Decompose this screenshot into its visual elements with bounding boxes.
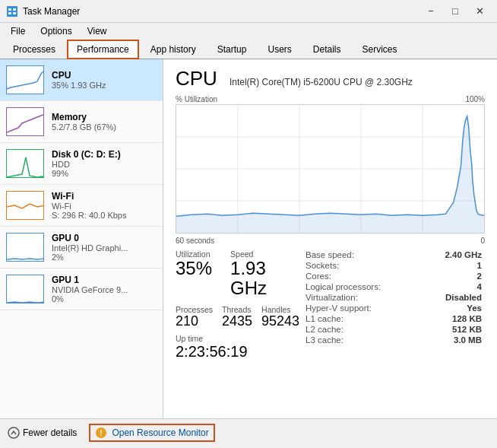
wifi-thumbnail xyxy=(6,191,44,220)
svg-rect-2 xyxy=(13,8,16,11)
chart-y-max: 100% xyxy=(465,95,485,103)
logical-value: 4 xyxy=(422,281,485,292)
l1-value: 128 KB xyxy=(422,313,485,324)
detail-subtitle: Intel(R) Core(TM) i5-6200U CPU @ 2.30GHz xyxy=(230,77,413,87)
cpu-sub: 35% 1.93 GHz xyxy=(52,81,157,90)
stats-left: Utilization 35% Speed 1.93 GHz Processes… xyxy=(176,249,302,361)
processes-label: Processes xyxy=(176,305,213,314)
sidebar: CPU 35% 1.93 GHz Memory 5.2/7.8 GB (67%) xyxy=(0,59,163,418)
title-bar-left: Task Manager xyxy=(6,5,80,17)
virt-value: Disabled xyxy=(422,292,485,303)
resource-monitor-icon: ! xyxy=(95,427,107,439)
utilization-stat: Utilization 35% xyxy=(176,249,212,299)
title-bar: Task Manager − □ ✕ xyxy=(0,0,497,23)
processes-value: 210 xyxy=(176,314,213,329)
wifi-name: Wi-Fi xyxy=(52,191,157,202)
logical-label: Logical processors: xyxy=(302,281,422,292)
title-bar-controls: − □ ✕ xyxy=(419,2,491,21)
cores-value: 2 xyxy=(422,271,485,281)
tab-details[interactable]: Details xyxy=(303,40,351,59)
svg-rect-10 xyxy=(7,275,44,303)
svg-text:!: ! xyxy=(100,429,103,437)
chevron-up-icon xyxy=(8,427,20,439)
info-row-cores: Cores: 2 xyxy=(302,271,485,281)
close-button[interactable]: ✕ xyxy=(468,2,491,21)
sidebar-item-memory[interactable]: Memory 5.2/7.8 GB (67%) xyxy=(0,101,163,143)
gpu0-info: GPU 0 Intel(R) HD Graphi... 2% xyxy=(52,233,157,262)
tab-users[interactable]: Users xyxy=(258,40,301,59)
open-resource-monitor-button[interactable]: ! Open Resource Monitor xyxy=(89,424,214,442)
app-title: Task Manager xyxy=(23,6,80,17)
gpu0-sub2: 2% xyxy=(52,253,157,262)
cpu-thumbnail xyxy=(6,65,44,94)
wifi-info: Wi-Fi Wi-Fi S: 296 R: 40.0 Kbps xyxy=(52,191,157,220)
svg-rect-1 xyxy=(8,8,11,11)
menu-options[interactable]: Options xyxy=(34,24,78,38)
info-row-base-speed: Base speed: 2.40 GHz xyxy=(302,249,485,260)
tab-services[interactable]: Services xyxy=(353,40,407,59)
chart-x-min: 0 xyxy=(480,237,485,245)
cpu-chart xyxy=(176,104,485,234)
stat-row-1: Utilization 35% Speed 1.93 GHz xyxy=(176,249,302,299)
uptime-stat: Up time 2:23:56:19 xyxy=(176,334,302,361)
sidebar-item-wifi[interactable]: Wi-Fi Wi-Fi S: 296 R: 40.0 Kbps xyxy=(0,185,163,227)
l3-value: 3.0 MB xyxy=(422,335,485,345)
disk-info: Disk 0 (C: D: E:) HDD 99% xyxy=(52,149,157,178)
maximize-button[interactable]: □ xyxy=(444,2,467,21)
sidebar-item-cpu[interactable]: CPU 35% 1.93 GHz xyxy=(0,59,163,101)
disk-name: Disk 0 (C: D: E:) xyxy=(52,149,157,160)
menu-view[interactable]: View xyxy=(81,24,113,38)
info-row-logical: Logical processors: 4 xyxy=(302,281,485,292)
gpu0-thumbnail xyxy=(6,233,44,262)
threads-stat: Threads 2435 xyxy=(222,305,252,329)
speed-stat: Speed 1.93 GHz xyxy=(230,249,302,299)
handles-value: 95243 xyxy=(261,314,299,329)
cpu-info: CPU 35% 1.93 GHz xyxy=(52,70,157,90)
detail-title: CPU xyxy=(176,67,217,91)
sockets-label: Sockets: xyxy=(302,260,422,271)
l2-label: L2 cache: xyxy=(302,324,422,335)
sidebar-item-gpu0[interactable]: GPU 0 Intel(R) HD Graphi... 2% xyxy=(0,227,163,268)
uptime-label: Up time xyxy=(176,334,302,343)
tab-startup[interactable]: Startup xyxy=(207,40,257,59)
sidebar-item-gpu1[interactable]: GPU 1 NVIDIA GeForce 9... 0% xyxy=(0,268,163,310)
info-table: Base speed: 2.40 GHz Sockets: 1 Cores: 2… xyxy=(302,249,485,345)
uptime-value: 2:23:56:19 xyxy=(176,343,302,361)
l3-label: L3 cache: xyxy=(302,335,422,345)
main-content: CPU 35% 1.93 GHz Memory 5.2/7.8 GB (67%) xyxy=(0,59,497,418)
base-speed-value: 2.40 GHz xyxy=(422,249,485,260)
chart-x-label: 60 seconds xyxy=(176,237,214,245)
speed-value: 1.93 GHz xyxy=(230,259,302,299)
handles-label: Handles xyxy=(261,305,299,314)
memory-sub: 5.2/7.8 GB (67%) xyxy=(52,122,157,132)
tab-performance[interactable]: Performance xyxy=(67,40,139,59)
memory-info: Memory 5.2/7.8 GB (67%) xyxy=(52,112,157,132)
wifi-sub2: S: 296 R: 40.0 Kbps xyxy=(52,211,157,220)
tab-processes[interactable]: Processes xyxy=(3,40,65,59)
threads-label: Threads xyxy=(222,305,252,314)
svg-point-20 xyxy=(8,427,19,438)
cores-label: Cores: xyxy=(302,271,422,281)
tab-app-history[interactable]: App history xyxy=(141,40,206,59)
sidebar-item-disk[interactable]: Disk 0 (C: D: E:) HDD 99% xyxy=(0,143,163,185)
app-icon xyxy=(6,5,18,17)
detail-panel: CPU Intel(R) Core(TM) i5-6200U CPU @ 2.3… xyxy=(163,59,497,418)
tabs-bar: Processes Performance App history Startu… xyxy=(0,40,497,59)
minimize-button[interactable]: − xyxy=(419,2,442,21)
menu-file[interactable]: File xyxy=(5,24,31,38)
gpu1-sub2: 0% xyxy=(52,294,157,303)
svg-rect-9 xyxy=(7,234,44,262)
svg-rect-4 xyxy=(13,12,16,14)
fewer-details-button[interactable]: Fewer details xyxy=(8,427,77,439)
svg-rect-3 xyxy=(8,12,11,14)
bottom-bar: Fewer details ! Open Resource Monitor xyxy=(0,418,497,446)
gpu0-name: GPU 0 xyxy=(52,233,157,243)
gpu0-sub1: Intel(R) HD Graphi... xyxy=(52,243,157,253)
menu-bar: File Options View xyxy=(0,23,497,40)
chart-y-label: % Utilization xyxy=(176,95,217,103)
cpu-name: CPU xyxy=(52,70,157,81)
detail-header: CPU Intel(R) Core(TM) i5-6200U CPU @ 2.3… xyxy=(176,67,485,91)
info-row-l3: L3 cache: 3.0 MB xyxy=(302,335,485,345)
gpu1-name: GPU 1 xyxy=(52,275,157,285)
threads-value: 2435 xyxy=(222,314,252,329)
